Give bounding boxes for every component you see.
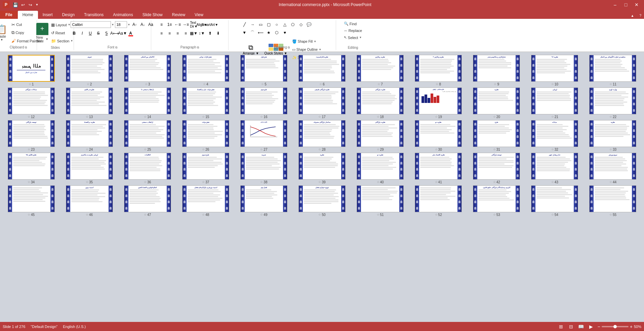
font-color-button[interactable]: A	[127, 30, 134, 37]
slide-thumb-12[interactable]: مبادلات بازرگانی ☆12	[3, 87, 59, 119]
paste-button[interactable]: 📋 Paste ▼	[0, 21, 9, 45]
slide-thumb-41[interactable]: نظریه اقتصاد ملی ☆41	[410, 153, 467, 184]
bold-button[interactable]: B	[71, 30, 78, 37]
select-button[interactable]: ↖ Select ▼	[343, 35, 363, 40]
tab-review[interactable]: Review	[167, 11, 190, 19]
reading-view-button[interactable]: 📖	[577, 323, 585, 330]
slide-thumb-27[interactable]: نظریه منحنی ☆27	[235, 120, 292, 151]
slide-thumb-38[interactable]: ضریبه ☆38	[235, 153, 292, 184]
slide-thumb-37[interactable]: طرح سوم ☆37	[177, 153, 234, 184]
slide-thumb-54[interactable]: ☆54	[526, 185, 583, 217]
change-case-button[interactable]: Aa▼	[119, 30, 126, 37]
normal-view-button[interactable]: ⊞	[557, 323, 565, 330]
slide-thumb-47[interactable]: اصلاح قوانین و اقتصاد کشور ☆47	[119, 185, 176, 217]
slide-thumb-22[interactable]: وزارت اوری ☆22	[585, 87, 641, 119]
diamond-shape[interactable]: ◇	[297, 21, 305, 28]
shape-fill-button[interactable]: 🪣 Shape Fill ▼	[291, 39, 324, 44]
slide-thumb-18[interactable]: نظریه بازرگانی ☆18	[352, 87, 409, 119]
slide-thumb-31[interactable]: طرح ☆31	[468, 120, 525, 151]
slide-thumb-48[interactable]: امنیت ورزش و بازارکارهای شغلی ☆48	[177, 185, 234, 217]
slide-thumb-9[interactable]: شارژکاری و مکانیسم هدم ☆9	[468, 55, 525, 86]
heart-shape[interactable]: ♥	[281, 29, 288, 36]
undo-button[interactable]: ↩	[19, 1, 26, 8]
callout-shape[interactable]: 💬	[305, 21, 313, 28]
slide-sorter-button[interactable]: ⊟	[567, 323, 575, 330]
increase-indent-button[interactable]: →≡	[182, 21, 190, 28]
numbering-button[interactable]: 1≡	[166, 21, 173, 28]
italic-button[interactable]: I	[79, 30, 86, 37]
tab-design[interactable]: Design	[57, 11, 79, 19]
decrease-indent-button[interactable]: ←≡	[174, 21, 182, 28]
slide-thumb-20[interactable]: نظریه ☆20	[468, 87, 525, 119]
bullets-button[interactable]: ≡	[158, 21, 165, 28]
line-shape[interactable]: ╱	[241, 21, 248, 28]
slide-thumb-42[interactable]: توسعه بازرگانی ☆42	[468, 153, 525, 184]
rounded-rect-shape[interactable]: ▢	[265, 21, 272, 28]
slide-thumb-17[interactable]: نظریه بازرگانی طبیعی ☆17	[293, 87, 350, 119]
char-spacing-button[interactable]: A⟷	[111, 30, 118, 37]
slide-thumb-36[interactable]: اخلاقیات ☆36	[119, 153, 176, 184]
slide-thumb-15[interactable]: نقش دولت ملی در اقتصاد ☆15	[177, 87, 234, 119]
align-center-button[interactable]: ≡	[166, 30, 173, 37]
slide-thumb-26[interactable]: نقش دولت ☆26	[177, 120, 234, 151]
close-button[interactable]: ✕	[632, 1, 641, 8]
minimize-button[interactable]: –	[610, 1, 620, 8]
line-spacing-button[interactable]: ↕▼	[198, 30, 206, 37]
font-name-input[interactable]	[71, 21, 111, 28]
pentagon-shape[interactable]: ⬠	[289, 21, 296, 28]
slide-thumb-29[interactable]: نظریه بازرگانی ☆29	[352, 120, 409, 151]
slide-thumb-32[interactable]: مبادله ☆32	[526, 120, 583, 151]
slide-thumb-7[interactable]: نظریه ریکاردو ☆7	[352, 55, 409, 86]
strikethrough-button[interactable]: S	[95, 30, 102, 37]
arc-shape[interactable]: ⌒	[249, 29, 256, 36]
slide-thumb-39[interactable]: نظریه ☆39	[293, 153, 350, 184]
help-button[interactable]: ?	[637, 12, 644, 19]
slide-thumb-19[interactable]: نظریه هکشر - اوهلین متن توضیحی کوتاه درب…	[410, 87, 467, 119]
paragraph-expand[interactable]: ⧉	[197, 46, 199, 49]
font-name-arrow[interactable]: ▼	[112, 23, 114, 26]
slide-thumb-28[interactable]: ساختار بازرگانی محیوله ☆28	[293, 120, 350, 151]
font-size-input[interactable]	[115, 21, 127, 28]
font-size-arrow[interactable]: ▼	[128, 23, 130, 26]
more-shapes-button[interactable]: ▼	[241, 29, 248, 36]
slide-thumb-24[interactable]: نظریه در اقتصاد ☆24	[61, 120, 118, 151]
tab-insert[interactable]: Insert	[38, 11, 57, 19]
tab-view[interactable]: View	[190, 11, 208, 19]
triangle-shape[interactable]: △	[281, 21, 288, 28]
slide-thumb-50[interactable]: توزیع خوداری شغلی ☆50	[293, 185, 350, 217]
tab-slideshow[interactable]: Slide Show	[138, 11, 167, 19]
slide-thumb-2[interactable]: تعریف ☆2	[61, 55, 118, 86]
tab-transitions[interactable]: Transitions	[79, 11, 108, 19]
slide-thumb-21[interactable]: ارزیابی ☆21	[526, 87, 583, 119]
oval-shape[interactable]: ○	[273, 21, 280, 28]
slide-thumb-33[interactable]: نظریه ☆33	[585, 120, 641, 151]
decrease-font-button[interactable]: A↓	[139, 21, 146, 28]
slide-thumb-23[interactable]: توسعه بازرگانی ☆23	[3, 120, 59, 151]
slide-thumb-5[interactable]: طرح اول ☆5	[235, 55, 292, 86]
ribbon-collapse-button[interactable]: ▲	[628, 12, 637, 19]
tab-home[interactable]: Home	[18, 11, 38, 19]
slide-thumb-49[interactable]: فصل دوم ☆49	[235, 185, 292, 217]
star-shape[interactable]: ★	[265, 29, 272, 36]
font-expand[interactable]: ⧉	[115, 46, 117, 49]
text-shadow-button[interactable]: S̲	[103, 30, 110, 37]
justify-button[interactable]: ≡	[182, 30, 190, 37]
clipboard-expand[interactable]: ⧉	[25, 46, 27, 49]
find-button[interactable]: 🔍 Find	[343, 21, 358, 27]
zoom-out-button[interactable]: −	[598, 324, 600, 329]
slide-thumb-30[interactable]: نظریه دو ☆30	[410, 120, 467, 151]
slide-thumb-52[interactable]: ☆52	[410, 185, 467, 217]
slide-thumb-10[interactable]: نظریه ۹۶ ☆10	[526, 55, 583, 86]
arrow-shape[interactable]: →	[249, 21, 256, 28]
maximize-button[interactable]: □	[621, 1, 631, 8]
slide-thumb-11[interactable]: مقایسه و تفاوت الگوهای بین الملل ☆11	[585, 55, 641, 86]
increase-para-spacing-button[interactable]: ⬇	[214, 30, 222, 37]
slide-thumb-4[interactable]: نقش ادارات دولتی ☆4	[177, 55, 234, 86]
slide-thumb-45[interactable]: ☆45	[3, 185, 59, 217]
increase-font-button[interactable]: A↑	[131, 21, 138, 28]
slide-thumb-14[interactable]: از انقلاب صنعتی تا ☆14	[119, 87, 176, 119]
slide-thumb-13[interactable]: نظریه در اقلیم ☆13	[61, 87, 118, 119]
hexagon-shape[interactable]: ⬡	[273, 29, 280, 36]
customize-qat-button[interactable]: ▼	[34, 1, 40, 8]
redo-button[interactable]: ↪	[27, 1, 34, 8]
